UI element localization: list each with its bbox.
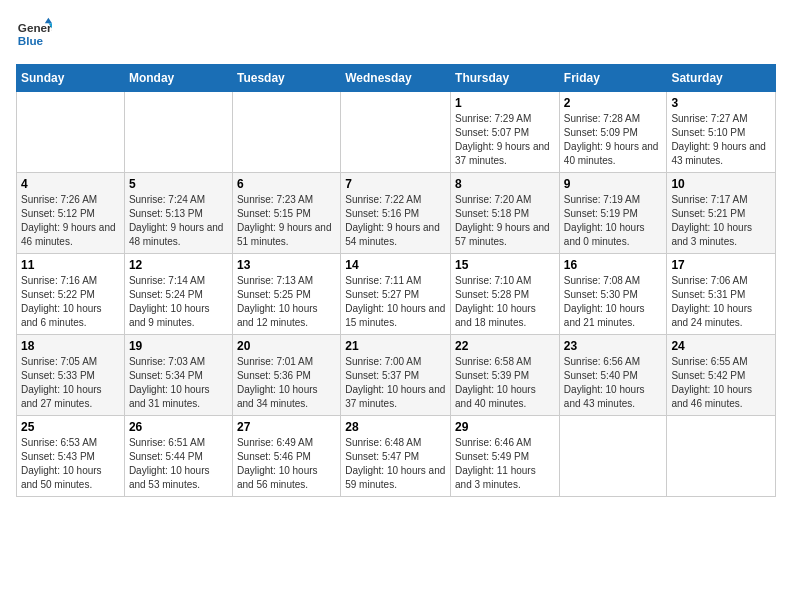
calendar-cell: 21Sunrise: 7:00 AM Sunset: 5:37 PM Dayli… bbox=[341, 335, 451, 416]
col-header-thursday: Thursday bbox=[451, 65, 560, 92]
day-number: 11 bbox=[21, 258, 120, 272]
calendar-cell: 5Sunrise: 7:24 AM Sunset: 5:13 PM Daylig… bbox=[124, 173, 232, 254]
calendar-cell: 6Sunrise: 7:23 AM Sunset: 5:15 PM Daylig… bbox=[232, 173, 340, 254]
col-header-wednesday: Wednesday bbox=[341, 65, 451, 92]
calendar-cell: 25Sunrise: 6:53 AM Sunset: 5:43 PM Dayli… bbox=[17, 416, 125, 497]
calendar-cell: 24Sunrise: 6:55 AM Sunset: 5:42 PM Dayli… bbox=[667, 335, 776, 416]
day-number: 19 bbox=[129, 339, 228, 353]
day-info: Sunrise: 7:22 AM Sunset: 5:16 PM Dayligh… bbox=[345, 193, 446, 249]
day-info: Sunrise: 7:10 AM Sunset: 5:28 PM Dayligh… bbox=[455, 274, 555, 330]
day-info: Sunrise: 7:11 AM Sunset: 5:27 PM Dayligh… bbox=[345, 274, 446, 330]
day-number: 25 bbox=[21, 420, 120, 434]
day-number: 21 bbox=[345, 339, 446, 353]
calendar-cell: 11Sunrise: 7:16 AM Sunset: 5:22 PM Dayli… bbox=[17, 254, 125, 335]
svg-text:Blue: Blue bbox=[18, 34, 44, 47]
day-number: 12 bbox=[129, 258, 228, 272]
day-info: Sunrise: 7:20 AM Sunset: 5:18 PM Dayligh… bbox=[455, 193, 555, 249]
calendar-cell: 7Sunrise: 7:22 AM Sunset: 5:16 PM Daylig… bbox=[341, 173, 451, 254]
day-info: Sunrise: 7:00 AM Sunset: 5:37 PM Dayligh… bbox=[345, 355, 446, 411]
day-number: 2 bbox=[564, 96, 663, 110]
day-info: Sunrise: 7:19 AM Sunset: 5:19 PM Dayligh… bbox=[564, 193, 663, 249]
calendar-cell: 28Sunrise: 6:48 AM Sunset: 5:47 PM Dayli… bbox=[341, 416, 451, 497]
calendar-cell: 2Sunrise: 7:28 AM Sunset: 5:09 PM Daylig… bbox=[559, 92, 667, 173]
day-number: 7 bbox=[345, 177, 446, 191]
day-number: 8 bbox=[455, 177, 555, 191]
calendar-table: SundayMondayTuesdayWednesdayThursdayFrid… bbox=[16, 64, 776, 497]
day-info: Sunrise: 6:58 AM Sunset: 5:39 PM Dayligh… bbox=[455, 355, 555, 411]
day-number: 23 bbox=[564, 339, 663, 353]
day-number: 17 bbox=[671, 258, 771, 272]
day-info: Sunrise: 6:51 AM Sunset: 5:44 PM Dayligh… bbox=[129, 436, 228, 492]
day-number: 3 bbox=[671, 96, 771, 110]
day-info: Sunrise: 7:26 AM Sunset: 5:12 PM Dayligh… bbox=[21, 193, 120, 249]
calendar-cell: 29Sunrise: 6:46 AM Sunset: 5:49 PM Dayli… bbox=[451, 416, 560, 497]
day-info: Sunrise: 7:13 AM Sunset: 5:25 PM Dayligh… bbox=[237, 274, 336, 330]
day-number: 15 bbox=[455, 258, 555, 272]
calendar-cell: 22Sunrise: 6:58 AM Sunset: 5:39 PM Dayli… bbox=[451, 335, 560, 416]
day-info: Sunrise: 7:29 AM Sunset: 5:07 PM Dayligh… bbox=[455, 112, 555, 168]
calendar-cell: 18Sunrise: 7:05 AM Sunset: 5:33 PM Dayli… bbox=[17, 335, 125, 416]
day-info: Sunrise: 6:56 AM Sunset: 5:40 PM Dayligh… bbox=[564, 355, 663, 411]
calendar-cell: 17Sunrise: 7:06 AM Sunset: 5:31 PM Dayli… bbox=[667, 254, 776, 335]
logo: General Blue bbox=[16, 16, 56, 52]
day-info: Sunrise: 7:24 AM Sunset: 5:13 PM Dayligh… bbox=[129, 193, 228, 249]
calendar-cell bbox=[17, 92, 125, 173]
calendar-cell: 3Sunrise: 7:27 AM Sunset: 5:10 PM Daylig… bbox=[667, 92, 776, 173]
day-info: Sunrise: 7:17 AM Sunset: 5:21 PM Dayligh… bbox=[671, 193, 771, 249]
day-number: 13 bbox=[237, 258, 336, 272]
day-info: Sunrise: 7:08 AM Sunset: 5:30 PM Dayligh… bbox=[564, 274, 663, 330]
col-header-monday: Monday bbox=[124, 65, 232, 92]
day-number: 9 bbox=[564, 177, 663, 191]
day-info: Sunrise: 6:46 AM Sunset: 5:49 PM Dayligh… bbox=[455, 436, 555, 492]
day-info: Sunrise: 6:53 AM Sunset: 5:43 PM Dayligh… bbox=[21, 436, 120, 492]
day-number: 14 bbox=[345, 258, 446, 272]
day-number: 10 bbox=[671, 177, 771, 191]
calendar-cell bbox=[124, 92, 232, 173]
calendar-cell: 9Sunrise: 7:19 AM Sunset: 5:19 PM Daylig… bbox=[559, 173, 667, 254]
day-info: Sunrise: 7:01 AM Sunset: 5:36 PM Dayligh… bbox=[237, 355, 336, 411]
calendar-cell: 10Sunrise: 7:17 AM Sunset: 5:21 PM Dayli… bbox=[667, 173, 776, 254]
day-info: Sunrise: 6:49 AM Sunset: 5:46 PM Dayligh… bbox=[237, 436, 336, 492]
calendar-cell: 20Sunrise: 7:01 AM Sunset: 5:36 PM Dayli… bbox=[232, 335, 340, 416]
day-number: 24 bbox=[671, 339, 771, 353]
day-number: 4 bbox=[21, 177, 120, 191]
day-info: Sunrise: 6:55 AM Sunset: 5:42 PM Dayligh… bbox=[671, 355, 771, 411]
day-number: 29 bbox=[455, 420, 555, 434]
day-info: Sunrise: 7:28 AM Sunset: 5:09 PM Dayligh… bbox=[564, 112, 663, 168]
day-number: 6 bbox=[237, 177, 336, 191]
day-info: Sunrise: 7:16 AM Sunset: 5:22 PM Dayligh… bbox=[21, 274, 120, 330]
day-number: 27 bbox=[237, 420, 336, 434]
logo-icon: General Blue bbox=[16, 16, 52, 52]
calendar-cell: 14Sunrise: 7:11 AM Sunset: 5:27 PM Dayli… bbox=[341, 254, 451, 335]
day-info: Sunrise: 7:06 AM Sunset: 5:31 PM Dayligh… bbox=[671, 274, 771, 330]
day-info: Sunrise: 7:03 AM Sunset: 5:34 PM Dayligh… bbox=[129, 355, 228, 411]
calendar-cell: 27Sunrise: 6:49 AM Sunset: 5:46 PM Dayli… bbox=[232, 416, 340, 497]
day-number: 16 bbox=[564, 258, 663, 272]
calendar-cell bbox=[667, 416, 776, 497]
calendar-cell: 15Sunrise: 7:10 AM Sunset: 5:28 PM Dayli… bbox=[451, 254, 560, 335]
day-number: 26 bbox=[129, 420, 228, 434]
calendar-cell: 8Sunrise: 7:20 AM Sunset: 5:18 PM Daylig… bbox=[451, 173, 560, 254]
day-number: 22 bbox=[455, 339, 555, 353]
page-header: General Blue bbox=[16, 16, 776, 52]
col-header-tuesday: Tuesday bbox=[232, 65, 340, 92]
calendar-cell: 13Sunrise: 7:13 AM Sunset: 5:25 PM Dayli… bbox=[232, 254, 340, 335]
day-info: Sunrise: 7:14 AM Sunset: 5:24 PM Dayligh… bbox=[129, 274, 228, 330]
calendar-cell bbox=[341, 92, 451, 173]
calendar-cell bbox=[232, 92, 340, 173]
day-info: Sunrise: 7:23 AM Sunset: 5:15 PM Dayligh… bbox=[237, 193, 336, 249]
col-header-sunday: Sunday bbox=[17, 65, 125, 92]
day-info: Sunrise: 7:05 AM Sunset: 5:33 PM Dayligh… bbox=[21, 355, 120, 411]
col-header-friday: Friday bbox=[559, 65, 667, 92]
day-number: 20 bbox=[237, 339, 336, 353]
calendar-cell: 16Sunrise: 7:08 AM Sunset: 5:30 PM Dayli… bbox=[559, 254, 667, 335]
calendar-cell: 12Sunrise: 7:14 AM Sunset: 5:24 PM Dayli… bbox=[124, 254, 232, 335]
calendar-cell: 23Sunrise: 6:56 AM Sunset: 5:40 PM Dayli… bbox=[559, 335, 667, 416]
calendar-cell: 4Sunrise: 7:26 AM Sunset: 5:12 PM Daylig… bbox=[17, 173, 125, 254]
day-number: 1 bbox=[455, 96, 555, 110]
calendar-cell bbox=[559, 416, 667, 497]
day-info: Sunrise: 6:48 AM Sunset: 5:47 PM Dayligh… bbox=[345, 436, 446, 492]
col-header-saturday: Saturday bbox=[667, 65, 776, 92]
day-number: 28 bbox=[345, 420, 446, 434]
calendar-cell: 1Sunrise: 7:29 AM Sunset: 5:07 PM Daylig… bbox=[451, 92, 560, 173]
